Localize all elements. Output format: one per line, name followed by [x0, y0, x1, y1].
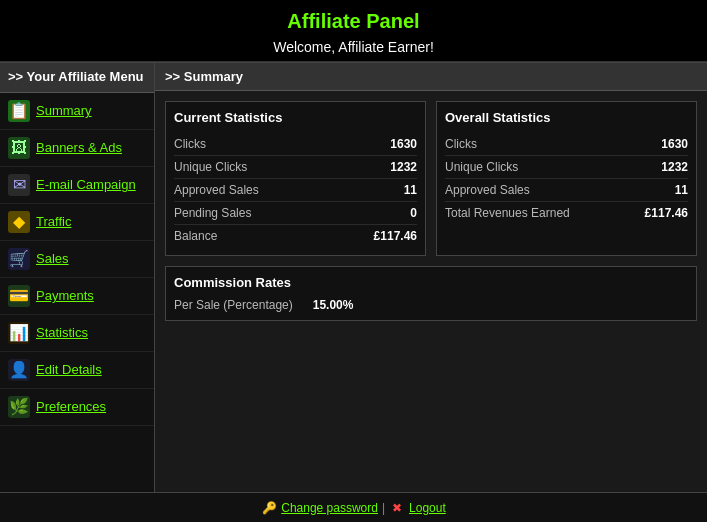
commission-label: Per Sale (Percentage): [174, 298, 293, 312]
welcome-message: Welcome, Affiliate Earner!: [0, 39, 707, 55]
sidebar-link-traffic[interactable]: Traffic: [36, 214, 71, 229]
current-clicks-label: Clicks: [174, 137, 206, 151]
overall-clicks-label: Clicks: [445, 137, 477, 151]
sidebar-item-edit[interactable]: 👤 Edit Details: [0, 352, 154, 389]
current-unique-row: Unique Clicks 1232: [174, 156, 417, 179]
overall-clicks-row: Clicks 1630: [445, 133, 688, 156]
change-password-link[interactable]: Change password: [281, 501, 378, 515]
sidebar-item-payments[interactable]: 💳 Payments: [0, 278, 154, 315]
sidebar-link-sales[interactable]: Sales: [36, 251, 69, 266]
overall-approved-label: Approved Sales: [445, 183, 530, 197]
overall-unique-value: 1232: [628, 160, 688, 174]
current-approved-label: Approved Sales: [174, 183, 259, 197]
overall-unique-row: Unique Clicks 1232: [445, 156, 688, 179]
overall-approved-value: 11: [628, 183, 688, 197]
sales-icon: 🛒: [8, 248, 30, 270]
banners-icon: 🖼: [8, 137, 30, 159]
overall-stats-heading: Overall Statistics: [445, 110, 688, 125]
sidebar-item-preferences[interactable]: 🌿 Preferences: [0, 389, 154, 426]
page-header: Affiliate Panel Welcome, Affiliate Earne…: [0, 0, 707, 62]
current-pending-value: 0: [357, 206, 417, 220]
email-icon: ✉: [8, 174, 30, 196]
main-layout: >> Your Affiliate Menu 📋 Summary 🖼 Banne…: [0, 62, 707, 492]
logout-link[interactable]: Logout: [409, 501, 446, 515]
sidebar-link-banners[interactable]: Banners & Ads: [36, 140, 122, 155]
sidebar-link-summary[interactable]: Summary: [36, 103, 92, 118]
sidebar: >> Your Affiliate Menu 📋 Summary 🖼 Banne…: [0, 63, 155, 492]
sidebar-link-payments[interactable]: Payments: [36, 288, 94, 303]
overall-stats-section: Overall Statistics Clicks 1630 Unique Cl…: [436, 101, 697, 256]
payments-icon: 💳: [8, 285, 30, 307]
current-stats-section: Current Statistics Clicks 1630 Unique Cl…: [165, 101, 426, 256]
page-title: Affiliate Panel: [0, 10, 707, 33]
overall-revenue-row: Total Revenues Earned £117.46: [445, 202, 688, 224]
current-unique-value: 1232: [357, 160, 417, 174]
current-approved-row: Approved Sales 11: [174, 179, 417, 202]
sidebar-item-sales[interactable]: 🛒 Sales: [0, 241, 154, 278]
current-balance-label: Balance: [174, 229, 217, 243]
sidebar-link-preferences[interactable]: Preferences: [36, 399, 106, 414]
content-area: >> Summary Current Statistics Clicks 163…: [155, 63, 707, 492]
summary-icon: 📋: [8, 100, 30, 122]
sidebar-link-email[interactable]: E-mail Campaign: [36, 177, 136, 192]
overall-clicks-value: 1630: [628, 137, 688, 151]
current-unique-label: Unique Clicks: [174, 160, 247, 174]
sidebar-item-summary[interactable]: 📋 Summary: [0, 93, 154, 130]
change-password-icon: 🔑: [261, 500, 277, 516]
page-footer: 🔑 Change password | ✖ Logout: [0, 492, 707, 522]
traffic-icon: ◆: [8, 211, 30, 233]
commission-row: Per Sale (Percentage) 15.00%: [174, 298, 688, 312]
overall-revenue-label: Total Revenues Earned: [445, 206, 570, 220]
overall-revenue-value: £117.46: [628, 206, 688, 220]
preferences-icon: 🌿: [8, 396, 30, 418]
sidebar-item-email[interactable]: ✉ E-mail Campaign: [0, 167, 154, 204]
sidebar-link-edit[interactable]: Edit Details: [36, 362, 102, 377]
current-balance-value: £117.46: [357, 229, 417, 243]
current-stats-heading: Current Statistics: [174, 110, 417, 125]
overall-unique-label: Unique Clicks: [445, 160, 518, 174]
current-pending-row: Pending Sales 0: [174, 202, 417, 225]
statistics-icon: 📊: [8, 322, 30, 344]
logout-icon: ✖: [389, 500, 405, 516]
sidebar-item-banners[interactable]: 🖼 Banners & Ads: [0, 130, 154, 167]
stats-grid: Current Statistics Clicks 1630 Unique Cl…: [165, 101, 697, 256]
current-clicks-value: 1630: [357, 137, 417, 151]
sidebar-link-statistics[interactable]: Statistics: [36, 325, 88, 340]
current-clicks-row: Clicks 1630: [174, 133, 417, 156]
overall-approved-row: Approved Sales 11: [445, 179, 688, 202]
commission-value: 15.00%: [313, 298, 354, 312]
edit-icon: 👤: [8, 359, 30, 381]
sidebar-title: >> Your Affiliate Menu: [0, 63, 154, 93]
sidebar-item-traffic[interactable]: ◆ Traffic: [0, 204, 154, 241]
content-title: >> Summary: [155, 63, 707, 91]
commission-section: Commission Rates Per Sale (Percentage) 1…: [165, 266, 697, 321]
sidebar-item-statistics[interactable]: 📊 Statistics: [0, 315, 154, 352]
summary-body: Current Statistics Clicks 1630 Unique Cl…: [155, 91, 707, 331]
current-approved-value: 11: [357, 183, 417, 197]
footer-separator: |: [382, 501, 385, 515]
current-pending-label: Pending Sales: [174, 206, 251, 220]
commission-heading: Commission Rates: [174, 275, 688, 290]
current-balance-row: Balance £117.46: [174, 225, 417, 247]
